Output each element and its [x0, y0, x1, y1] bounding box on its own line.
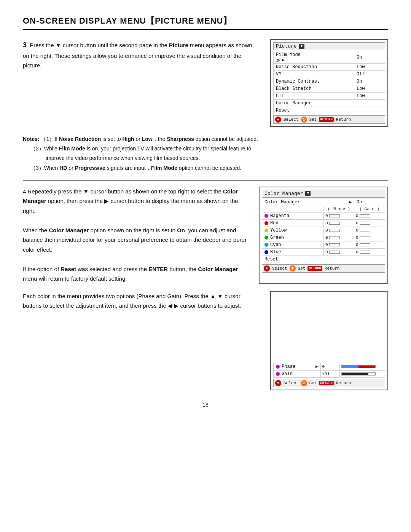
note-1-end: option cannot be adjusted. [194, 136, 258, 142]
note-1-text: is set to [101, 136, 122, 142]
cm-on-row: Color Manager ▶ On [262, 199, 385, 206]
dynamic-contrast-label: Dynamic Contrast [274, 78, 354, 85]
magenta-label: Magenta [262, 212, 324, 219]
green-phase-bar [329, 236, 340, 239]
blue-row: Blue 0 0 [262, 249, 385, 256]
reset-description: If the option of Reset was selected and … [23, 264, 247, 284]
green-dot [264, 236, 268, 240]
magenta-phase: 0 [324, 213, 354, 219]
phase-dot [276, 365, 280, 369]
note-3-bold3: Film Mode [151, 165, 177, 171]
note-3-bold2: Progressive [75, 165, 105, 171]
note-3-text: signals are input， [105, 165, 151, 171]
noise-reduction-label: Noise Reduction [274, 64, 354, 70]
pg-select-label: Select [284, 381, 299, 385]
picture-bold: Picture [169, 42, 188, 48]
magenta-phase-bar [329, 214, 340, 217]
red-row: Red 0 0 [262, 220, 385, 227]
gain-bar-track [341, 372, 376, 375]
phase-bar-right [358, 366, 375, 368]
color-manager-row: Color Manager [273, 100, 385, 107]
page-number: 18 [23, 402, 388, 408]
note-1-prefix: （1）If [41, 136, 59, 142]
note-3-prefix: （3）When [30, 165, 59, 171]
cm-select-label: Select [272, 266, 287, 271]
section-5: Each color in the menu provides two opti… [23, 291, 388, 390]
return-badge: RETURN [319, 117, 333, 122]
section-3: 3 Press the ▼ cursor button until the se… [23, 39, 388, 127]
cm-header-row: ( Phase ) ( Gain ) [262, 206, 385, 212]
gain-row: Gain +31 [273, 371, 385, 378]
select-btn-icon: ● [275, 117, 281, 123]
cm-bold3: Color Manager [198, 266, 238, 272]
film-mode-value: On [354, 54, 385, 61]
black-stretch-label: Black Stretch [274, 85, 354, 92]
note-3-end: option cannot be adjusted. [177, 165, 241, 171]
note-1-or: or [134, 136, 142, 142]
cm-header-spacer [262, 207, 324, 211]
cm-reset-label: Reset [262, 256, 385, 263]
cyan-phase-bar [329, 243, 340, 246]
return-label: Return [336, 117, 351, 122]
section-5-paragraph: Each color in the menu provides two opti… [23, 291, 259, 311]
phase-row: Phase ▶ 0 [273, 363, 385, 371]
yellow-label: Yellow [262, 227, 324, 234]
gain-bar-filled [342, 373, 368, 375]
note-2-text2: improve the video performance when viewi… [46, 155, 200, 161]
page-title: ON-SCREEN DISPLAY MENU【PICTURE MENU】 [23, 15, 388, 30]
empty-upper-space [273, 294, 385, 363]
cm-bold2: Color Manager [49, 227, 89, 233]
green-phase: 0 [324, 235, 354, 241]
red-phase-bar [329, 222, 340, 225]
speaker-icon: 🔊 [276, 58, 281, 62]
pg-return-badge: RETURN [319, 381, 333, 385]
notes-section: Notes: （1）If Noise Reduction is set to H… [23, 134, 388, 173]
set-label: Set [309, 117, 317, 122]
cti-label: CTI [274, 93, 354, 99]
phase-label: Phase ▶ [274, 363, 321, 370]
pg-set-btn-icon: ① [301, 380, 307, 386]
gain-label: Gain [274, 371, 321, 377]
yellow-gain: 0 [354, 227, 385, 233]
note-2-bold1: Film Mode [59, 145, 85, 152]
cm-on-label: Color Manager ▶ [262, 199, 354, 206]
note-1-bold1: Noise Reduction [59, 136, 101, 142]
note-2-indent: （2）While [30, 145, 59, 152]
phase-header: ( Phase ) [324, 206, 354, 212]
cm-on-bold: On [177, 227, 185, 233]
cm-menu-footer: ● Select ① Set RETURN Return [262, 264, 385, 273]
black-stretch-value: Low [354, 85, 385, 92]
cm-set-btn-icon: ① [290, 265, 296, 272]
cm-return-label: Return [325, 266, 340, 271]
blue-phase: 0 [324, 249, 354, 255]
note-1-bold3: Low [142, 136, 153, 142]
select-label: Select [284, 117, 299, 122]
play-icon: ▶ [282, 58, 285, 62]
cyan-gain: 0 [354, 242, 385, 248]
cyan-gain-bar [360, 243, 370, 246]
vm-row: VM Off [273, 71, 385, 78]
set-btn-icon: ① [301, 117, 307, 123]
phase-bar-track [341, 365, 376, 368]
cyan-row: Cyan 0 0 [262, 241, 385, 249]
picture-menu-footer: ● Select ① Set RETURN Return [273, 115, 385, 124]
pg-set-label: Set [309, 381, 317, 385]
gain-value: +31 [321, 371, 340, 377]
phase-gain-menu-box: Phase ▶ 0 Gain +31 [270, 291, 388, 390]
note-2-text: is on, your projection TV will activate … [85, 145, 251, 152]
pg-menu-footer: ● Select ① Set RETURN Return [273, 379, 385, 387]
blue-label: Blue [262, 249, 324, 256]
enter-bold: ENTER [148, 266, 168, 272]
reset-label: Reset [274, 107, 385, 114]
color-manager-label: Color Manager [274, 100, 385, 107]
picture-label: Picture [276, 43, 297, 49]
film-mode-label: Film Mode 🔊 ▶ [274, 51, 354, 63]
cm-description: When the Color Manager option shown on t… [23, 225, 247, 255]
magenta-dot [264, 214, 268, 218]
green-gain-bar [360, 236, 370, 239]
arrow-down-icon: ▼ [299, 44, 304, 49]
note-1-suffix: ，the [153, 136, 167, 142]
cti-value: Low [354, 93, 385, 99]
blue-dot [264, 250, 268, 254]
green-label: Green [262, 234, 324, 241]
